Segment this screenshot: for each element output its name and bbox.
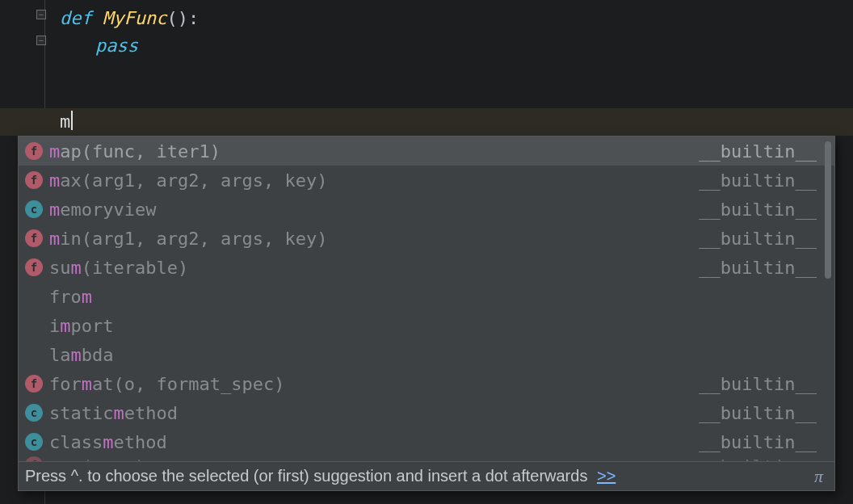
completion-label: min(arg1, arg2, args, key) (49, 229, 699, 249)
hint-text: Press ^. to choose the selected (or firs… (25, 467, 592, 485)
completion-origin: __builtin__ (699, 258, 834, 278)
completion-label: from (49, 287, 834, 307)
completion-origin: __builtin__ (699, 432, 834, 452)
code-block[interactable]: def MyFunc(): pass (60, 5, 199, 60)
completion-item[interactable]: fmin(arg1, arg2, args, key)__builtin__ (19, 224, 834, 253)
hint-more-link[interactable]: >> (597, 467, 616, 485)
function-icon: f (25, 229, 43, 247)
code-editor[interactable]: – – def MyFunc(): pass m fmap(func, iter… (0, 0, 853, 504)
class-icon: c (25, 404, 43, 422)
pi-icon[interactable]: π (809, 466, 828, 487)
fold-toggle-icon[interactable]: – (36, 36, 46, 45)
function-name: MyFunc (103, 8, 166, 28)
completion-item[interactable]: fmap(func, iter1)__builtin__ (19, 136, 834, 166)
scrollbar-thumb[interactable] (825, 141, 831, 279)
completion-label: import (49, 316, 834, 336)
current-line-highlight (0, 108, 853, 136)
completion-item[interactable]: cclassmethod__builtin__ (19, 427, 834, 456)
parens: () (166, 8, 188, 28)
blank-icon (25, 288, 43, 305)
completion-label: lambda (49, 345, 834, 365)
class-icon: c (25, 433, 43, 451)
function-icon: f (25, 142, 43, 160)
completion-label: max(arg1, arg2, args, key) (49, 170, 699, 191)
completion-label: sum(iterable) (49, 258, 699, 278)
caret-icon (71, 111, 73, 130)
completion-item[interactable]: import (19, 311, 834, 340)
function-icon: f (25, 258, 43, 276)
blank-icon (25, 346, 43, 363)
completion-item[interactable]: cstaticmethod__builtin__ (19, 398, 834, 427)
completion-label: memoryview (49, 200, 699, 220)
completion-label: classmethod (49, 432, 699, 452)
completion-item[interactable]: from (19, 282, 834, 311)
function-icon: f (25, 171, 43, 189)
colon: : (188, 8, 199, 28)
completion-item[interactable]: cmemoryview__builtin__ (19, 195, 834, 224)
completion-origin: __builtin__ (699, 403, 834, 423)
typed-input[interactable]: m (60, 108, 73, 136)
blank-icon (25, 317, 43, 334)
function-icon: f (25, 375, 43, 393)
completion-origin: __builtin__ (699, 229, 834, 249)
completion-item[interactable]: fformat(o, format_spec)__builtin__ (19, 369, 834, 398)
completion-list[interactable]: fmap(func, iter1)__builtin__fmax(arg1, a… (19, 136, 834, 461)
keyword-pass: pass (95, 36, 138, 56)
completion-origin: __builtin__ (699, 200, 834, 220)
class-icon: c (25, 200, 43, 218)
completion-label: staticmethod (49, 403, 699, 423)
completion-origin: __builtin__ (699, 141, 834, 162)
completion-origin: __builtin__ (699, 170, 834, 191)
fold-toggle-icon[interactable]: – (36, 10, 46, 19)
completion-item[interactable]: fsum(iterable)__builtin__ (19, 253, 834, 282)
completion-label: map(func, iter1) (49, 141, 699, 162)
completion-item[interactable]: fmax(arg1, arg2, args, key)__builtin__ (19, 166, 834, 195)
completion-origin: __builtin__ (699, 374, 834, 394)
hint-bar: Press ^. to choose the selected (or firs… (19, 461, 834, 490)
scrollbar[interactable] (825, 141, 831, 461)
completion-item[interactable]: lambda (19, 340, 834, 369)
autocomplete-popup[interactable]: fmap(func, iter1)__builtin__fmax(arg1, a… (18, 136, 835, 491)
completion-label: format(o, format_spec) (49, 374, 699, 394)
keyword-def: def (60, 8, 92, 28)
